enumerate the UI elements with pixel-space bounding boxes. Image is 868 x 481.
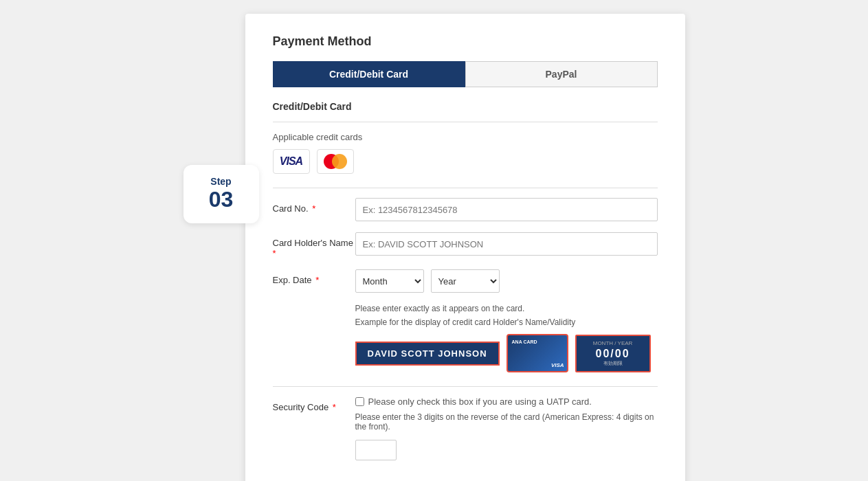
step-number: 03 [197, 187, 245, 212]
divider-3 [273, 386, 658, 387]
mc-right-circle [332, 154, 347, 169]
divider-1 [273, 122, 658, 122]
required-star-4: * [330, 402, 336, 412]
security-code-content: Please only check this box if you are us… [355, 396, 658, 460]
name-card-demo: DAVID SCOTT JOHNSON [355, 342, 500, 366]
hint-text: Please enter exactly as it appears on th… [355, 304, 658, 313]
tab-row: Credit/Debit Card PayPal [273, 61, 658, 87]
required-star-3: * [313, 275, 320, 285]
required-star-1: * [310, 203, 316, 214]
tab-credit-debit[interactable]: Credit/Debit Card [273, 61, 465, 87]
exp-selects: Month 01020304 05060708 09101112 Year 20… [355, 269, 658, 293]
security-hint: Please enter the 3 digits on the reverse… [355, 412, 658, 432]
card-no-label: Card No. * [273, 198, 355, 214]
mastercard-icon [317, 149, 354, 174]
ana-card-demo: ANA CARD VISA [507, 334, 568, 372]
visa-card-icon: VISA [273, 149, 310, 174]
card-holder-input[interactable] [355, 232, 658, 256]
validity-month-year-label: MONTH / YEAR [583, 340, 643, 346]
tab-paypal[interactable]: PayPal [465, 61, 658, 87]
example-label: Example for the display of credit card H… [355, 317, 658, 327]
divider-2 [273, 188, 658, 188]
card-example-row: DAVID SCOTT JOHNSON ANA CARD VISA MONTH … [355, 334, 658, 372]
name-demo-text: DAVID SCOTT JOHNSON [368, 348, 487, 359]
month-select[interactable]: Month 01020304 05060708 09101112 [355, 269, 424, 293]
exp-date-label: Exp. Date * [273, 269, 355, 285]
exp-date-row: Exp. Date * Month 01020304 05060708 0910… [273, 269, 658, 293]
card-holder-row: Card Holder's Name * [273, 232, 658, 258]
security-code-input[interactable] [355, 440, 397, 460]
step-label: Step [197, 176, 245, 187]
card-no-row: Card No. * [273, 198, 658, 221]
year-select[interactable]: Year 2024202520262027 202820292030 [431, 269, 500, 293]
visa-text: VISA [280, 155, 302, 168]
card-holder-label: Card Holder's Name * [273, 232, 355, 258]
security-code-label: Security Code * [273, 396, 355, 412]
card-icons: VISA [273, 149, 658, 174]
validity-value: 00/00 [583, 348, 643, 360]
uatp-checkbox-row: Please only check this box if you are us… [355, 396, 592, 407]
uatp-checkbox-label: Please only check this box if you are us… [368, 396, 592, 407]
card-no-input[interactable] [355, 198, 658, 221]
visa-small-icon: VISA [551, 362, 564, 368]
required-star-2: * [273, 248, 276, 258]
mc-circles [324, 154, 347, 169]
security-code-row: Security Code * Please only check this b… [273, 396, 658, 460]
payment-panel: Payment Method Credit/Debit Card PayPal … [245, 14, 685, 481]
section-title: Credit/Debit Card [273, 101, 658, 112]
validity-card-demo: MONTH / YEAR 00/00 有効期限 [575, 335, 651, 372]
panel-title: Payment Method [273, 34, 658, 49]
step-badge: Step 03 [183, 165, 259, 223]
validity-subtext: 有効期限 [583, 360, 643, 367]
ana-label: ANA CARD [512, 339, 537, 344]
applicable-cards-label: Applicable credit cards [273, 132, 658, 142]
uatp-checkbox[interactable] [355, 397, 364, 406]
